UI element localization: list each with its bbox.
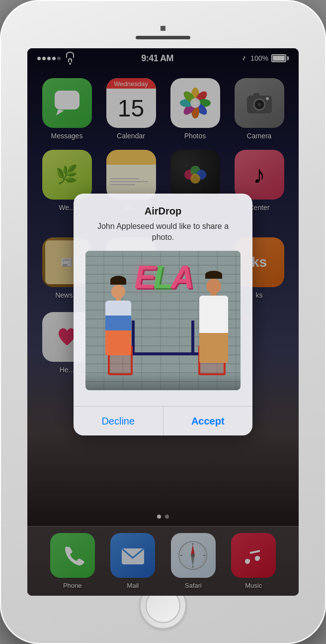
- modal-overlay: AirDrop John Appleseed would like to sha…: [27, 48, 299, 596]
- person-man: [199, 271, 228, 363]
- front-camera: [161, 26, 165, 31]
- modal-buttons: Decline Accept: [74, 407, 252, 435]
- phone-frame: 9:41 AM 100%: [0, 0, 326, 644]
- modal-photo-preview: E L A: [85, 251, 241, 390]
- decline-button[interactable]: Decline: [74, 407, 163, 435]
- table-top: [126, 352, 200, 355]
- speaker-slot: [136, 36, 190, 39]
- floor-shadow: [85, 373, 241, 390]
- modal-title: AirDrop: [85, 206, 241, 217]
- person-woman: [105, 276, 131, 355]
- accept-button[interactable]: Accept: [163, 407, 253, 435]
- modal-message: John Appleseed would like to share a pho…: [85, 221, 241, 243]
- airdrop-modal: AirDrop John Appleseed would like to sha…: [74, 194, 252, 436]
- phone-screen: 9:41 AM 100%: [27, 48, 299, 596]
